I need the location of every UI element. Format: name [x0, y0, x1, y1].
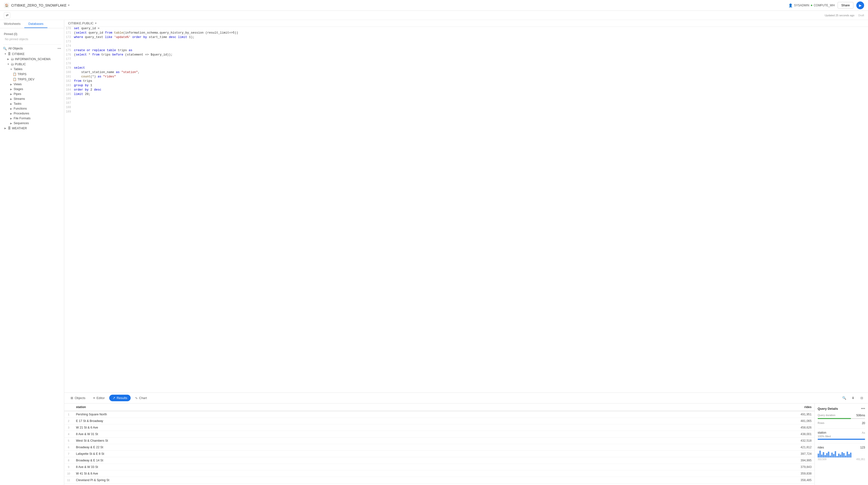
- pinned-header[interactable]: Pinned (0): [3, 32, 61, 36]
- expand-arrow: ▶: [10, 122, 13, 125]
- station-cell: Pershing Square North: [73, 411, 591, 418]
- query-details-more[interactable]: •••: [861, 406, 865, 411]
- table-trips-dev[interactable]: 📋 TRIPS_DEV: [0, 77, 64, 82]
- all-objects-item[interactable]: 🔍 All Objects •••: [0, 46, 64, 51]
- table-header-row: station rides: [64, 403, 814, 411]
- views-group[interactable]: ▶ Views: [0, 82, 64, 87]
- more-icon[interactable]: •••: [57, 47, 61, 50]
- mini-chart-bar: [841, 452, 843, 457]
- duration-label: Query duration: [818, 413, 835, 417]
- secondbar: ⇄ Updated 25 seconds ago Draft: [0, 11, 868, 20]
- user-info: 👤 SYSADMIN COMPUTE_WH: [788, 3, 835, 7]
- tab-objects[interactable]: ⊞ Objects: [67, 395, 89, 401]
- table-icon: 📋: [13, 72, 17, 76]
- mini-chart-bar: [850, 453, 851, 457]
- stages-group[interactable]: ▶ Stages: [0, 87, 64, 91]
- share-button[interactable]: Share: [838, 2, 854, 8]
- sidebar-tabs: Worksheets Databases: [0, 20, 64, 28]
- schema-chevron-icon[interactable]: ▼: [95, 22, 97, 25]
- table-row: 11 Cleveland Pl & Spring St 358,485: [64, 477, 814, 484]
- expand-arrow: ▶: [10, 88, 13, 91]
- pipes-group[interactable]: ▶ Pipes: [0, 91, 64, 96]
- tab-databases[interactable]: Databases: [24, 20, 47, 28]
- mini-chart-bar: [840, 455, 841, 457]
- mini-chart-bar: [836, 456, 838, 457]
- schema-public[interactable]: ▼ 🗂 PUBLIC: [0, 62, 64, 67]
- file-formats-label: File Formats: [13, 117, 62, 120]
- procedures-group[interactable]: ▶ Procedures: [0, 111, 64, 116]
- schema-information[interactable]: ▶ 🗂 INFORMATION_SCHEMA: [0, 56, 64, 62]
- row-number: 5: [64, 437, 73, 444]
- code-line-178: 178: [64, 62, 868, 66]
- tasks-group[interactable]: ▶ Tasks: [0, 101, 64, 106]
- expand-arrow: ▶: [10, 83, 13, 86]
- rides-section: rides 123 310,509 491,951: [818, 443, 865, 461]
- chart-tab-label: Chart: [139, 396, 147, 400]
- sidebar-content: Pinned (0) No pinned objects 🔍 All Objec…: [0, 28, 64, 485]
- schema-bar: CITIBIKE.PUBLIC ▼: [64, 20, 868, 27]
- db-weather[interactable]: ▶ 🗄 WEATHER: [0, 125, 64, 131]
- station-cell: E 17 St & Broadway: [73, 418, 591, 424]
- run-button[interactable]: ▶: [856, 1, 864, 9]
- rows-label: Rows: [818, 422, 825, 424]
- mini-chart-bar: [821, 455, 823, 457]
- streams-label: Streams: [13, 97, 62, 101]
- rides-cell: 359,838: [592, 470, 815, 477]
- rides-cell: 432,518: [592, 437, 815, 444]
- editor-tab-label: Editor: [97, 396, 105, 400]
- content-area: CITIBIKE.PUBLIC ▼ 170 set query_id = 171…: [64, 20, 868, 485]
- code-line-181: 181 count(*) as "rides": [64, 75, 868, 79]
- tasks-label: Tasks: [13, 102, 62, 106]
- schema-information-label: INFORMATION_SCHEMA: [15, 57, 62, 61]
- procedures-label: Procedures: [13, 112, 62, 115]
- table-row: 6 Broadway & E 22 St 421,812: [64, 444, 814, 451]
- tab-chart[interactable]: ∿ Chart: [132, 395, 150, 401]
- chevron-down-icon[interactable]: ▼: [68, 4, 70, 6]
- expand-arrow: ▼: [10, 68, 13, 70]
- station-section: station Aa 100% filled: [818, 428, 865, 440]
- row-number: 6: [64, 444, 73, 451]
- tab-results[interactable]: ↗ Results: [109, 395, 131, 401]
- file-formats-group[interactable]: ▶ File Formats: [0, 116, 64, 121]
- station-cell: W 20 St & 11 Ave: [73, 484, 591, 485]
- station-cell: W 21 St & 6 Ave: [73, 424, 591, 431]
- schema-icon: 🗂: [11, 57, 14, 61]
- database-icon: 🗄: [8, 126, 11, 130]
- results-table: station rides 1 Pershing Square North 49…: [64, 403, 814, 485]
- download-action-button[interactable]: ⬇: [849, 395, 856, 401]
- code-editor[interactable]: 170 set query_id = 171 (select query_id …: [64, 27, 868, 393]
- tab-worksheets[interactable]: Worksheets: [0, 20, 24, 28]
- code-line-172: 172 where query_text like 'update%' orde…: [64, 35, 868, 40]
- functions-group[interactable]: ▶ Functions: [0, 106, 64, 111]
- expand-arrow: ▶: [7, 58, 10, 60]
- results-area: station rides 1 Pershing Square North 49…: [64, 403, 868, 485]
- rides-col-name: rides 123: [818, 446, 865, 449]
- sequences-group[interactable]: ▶ Sequences: [0, 121, 64, 125]
- db-citibike[interactable]: ▼ 🗄 CITIBIKE: [0, 51, 64, 56]
- sidebar: Worksheets Databases Pinned (0) No pinne…: [0, 20, 64, 485]
- filter-icon[interactable]: ⇄: [4, 12, 10, 19]
- streams-group[interactable]: ▶ Streams: [0, 96, 64, 101]
- tables-group[interactable]: ▼ Tables: [0, 67, 64, 72]
- code-line-185: 185 limit 20;: [64, 92, 868, 97]
- table-row: 2 E 17 St & Broadway 481,065: [64, 418, 814, 424]
- tab-editor[interactable]: ≡ Editor: [90, 395, 108, 401]
- table-trips[interactable]: 📋 TRIPS: [0, 72, 64, 77]
- station-header: station: [73, 403, 591, 411]
- database-icon: 🗄: [8, 52, 11, 56]
- search-action-button[interactable]: 🔍: [841, 395, 847, 401]
- expand-arrow: ▶: [10, 117, 13, 120]
- rides-range: 310,509 491,951: [818, 458, 865, 461]
- expand-arrow: ▼: [7, 63, 10, 65]
- mini-chart-bar: [818, 454, 819, 457]
- expand-arrow: ▶: [10, 112, 13, 115]
- table-row: 1 Pershing Square North 491,951: [64, 411, 814, 418]
- station-col-name: station Aa: [818, 431, 865, 434]
- rows-value: 20: [862, 422, 865, 425]
- home-icon[interactable]: 🏠: [4, 3, 9, 8]
- main-layout: Worksheets Databases Pinned (0) No pinne…: [0, 20, 868, 485]
- code-line-173: 173: [64, 40, 868, 44]
- code-line-177: 177: [64, 57, 868, 62]
- mini-chart-bar: [848, 454, 850, 457]
- layout-action-button[interactable]: ⊟: [858, 395, 865, 401]
